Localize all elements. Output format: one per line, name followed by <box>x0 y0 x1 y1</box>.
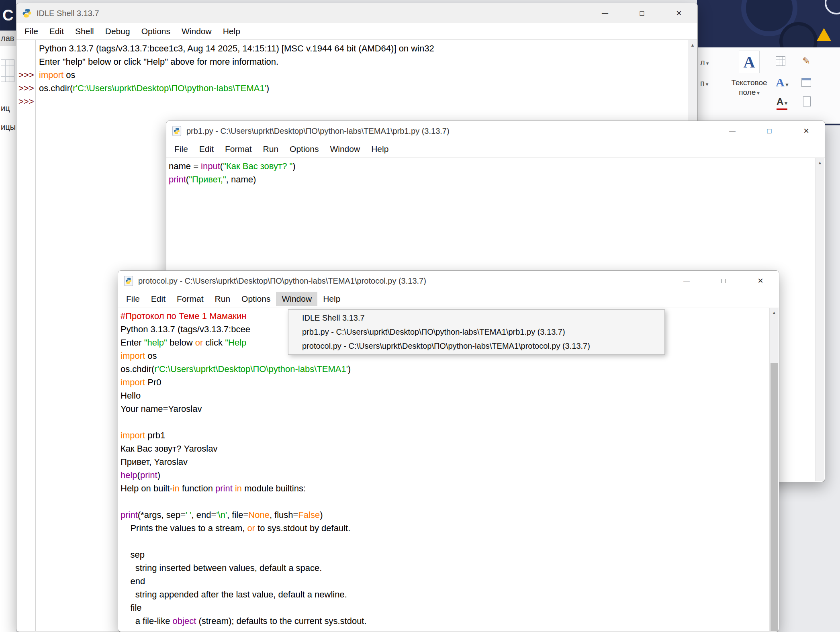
menu-item-file[interactable]: File <box>19 24 44 39</box>
text-box-label: Текстовое поле▾ <box>725 78 773 98</box>
word-left-text-fragment: лав <box>1 34 14 43</box>
menu-item-file[interactable]: File <box>169 142 194 156</box>
menu-item-window[interactable]: Window <box>276 292 317 306</box>
code-line: >>>import os <box>17 68 688 82</box>
code-line <box>121 495 769 508</box>
wallpaper-arc <box>825 0 840 14</box>
scroll-up-icon[interactable]: ▲ <box>772 310 777 631</box>
word-ribbon-fragment: л▾ п▾ A Текстовое поле▾ ✎ A▾ A▾ <box>697 47 840 124</box>
code-line: string inserted between values, default … <box>121 561 769 575</box>
close-button[interactable]: ✕ <box>788 121 825 141</box>
code-line: Help on built-in function print in modul… <box>121 482 769 495</box>
window-title: IDLE Shell 3.13.7 <box>37 9 99 18</box>
window-title: protocol.py - C:\Users\uprkt\Desktop\ПО\… <box>138 276 426 286</box>
code-line: file <box>121 601 769 614</box>
object-icon[interactable] <box>803 96 811 106</box>
code-line: string appended after the last value, de… <box>121 588 769 601</box>
vertical-scrollbar[interactable]: ▲ <box>769 308 779 631</box>
code-line: Python 3.13.7 (tags/v3.13.7:bcee1c3, Aug… <box>17 42 688 55</box>
python-icon <box>22 8 32 18</box>
python-file-icon <box>124 276 133 286</box>
dropdown-arrow-icon: ▾ <box>706 60 709 66</box>
code-line: import prb1 <box>121 429 769 442</box>
titlebar[interactable]: prb1.py - C:\Users\uprkt\Desktop\ПО\pyth… <box>166 121 825 141</box>
menu-item-options[interactable]: Options <box>284 142 324 156</box>
close-button[interactable]: ✕ <box>660 3 697 23</box>
menu-item-window[interactable]: Window <box>324 142 366 156</box>
date-time-icon[interactable] <box>801 78 811 87</box>
code-line: end <box>121 575 769 588</box>
ribbon-dropdown-fragment[interactable]: л▾ <box>700 58 709 67</box>
window-controls: — □ ✕ <box>714 121 825 141</box>
ribbon-dropdown-fragment[interactable]: п▾ <box>700 79 708 88</box>
code-line: print(*args, sep=' ', end='\n', file=Non… <box>121 508 769 522</box>
titlebar[interactable]: IDLE Shell 3.13.7 — □ ✕ <box>16 3 697 23</box>
code-line <box>121 535 769 548</box>
code-line: Как Вас зовут? Yaroslav <box>121 442 769 455</box>
menu-item-shell[interactable]: Shell <box>69 24 100 39</box>
titlebar[interactable]: protocol.py - C:\Users\uprkt\Desktop\ПО\… <box>118 271 779 291</box>
editor-text-area[interactable]: #Протокол по Теме 1 МамакинPython 3.13.7… <box>119 308 769 631</box>
minimize-button[interactable]: — <box>587 3 623 23</box>
window-menu-item[interactable]: protocol.py - C:\Users\uprkt\Desktop\ПО\… <box>288 339 664 353</box>
menu-item-file[interactable]: File <box>121 292 145 306</box>
menu-item-help[interactable]: Help <box>317 292 346 306</box>
pencil-icon[interactable]: ✎ <box>802 55 810 67</box>
code-line: Your name=Yaroslav <box>121 402 769 415</box>
menu-item-run[interactable]: Run <box>209 292 236 306</box>
quick-parts-icon[interactable] <box>776 56 785 66</box>
python-file-icon <box>172 126 182 136</box>
minimize-button[interactable]: — <box>668 271 705 291</box>
word-corner-letter: C <box>2 7 13 24</box>
menu-item-window[interactable]: Window <box>176 24 217 39</box>
code-line: Hello <box>121 389 769 402</box>
menu-item-options[interactable]: Options <box>236 292 276 306</box>
warning-triangle-icon <box>817 28 831 41</box>
shell-prompt: >>> <box>17 95 35 108</box>
code-line: flush <box>121 628 769 631</box>
minimize-button[interactable]: — <box>714 121 751 141</box>
window-menu-item[interactable]: prb1.py - C:\Users\uprkt\Desktop\ПО\pyth… <box>288 325 664 339</box>
window-menu-item[interactable]: IDLE Shell 3.13.7 <box>288 311 664 325</box>
menu-item-options[interactable]: Options <box>136 24 176 39</box>
scroll-up-icon[interactable]: ▲ <box>818 160 822 481</box>
desktop: C лав иц ицы л▾ п▾ A Текстовое поле▾ ✎ A… <box>0 0 840 632</box>
menu-item-edit[interactable]: Edit <box>145 292 171 306</box>
menu-item-debug[interactable]: Debug <box>100 24 136 39</box>
menu-item-format[interactable]: Format <box>219 142 258 156</box>
maximize-button[interactable]: □ <box>751 121 788 141</box>
maximize-button[interactable]: □ <box>705 271 742 291</box>
menu-item-edit[interactable]: Edit <box>194 142 219 156</box>
menu-item-edit[interactable]: Edit <box>44 24 69 39</box>
code-line: import Pr0 <box>121 376 769 389</box>
protocol-editor-window: protocol.py - C:\Users\uprkt\Desktop\ПО\… <box>118 270 779 632</box>
dropdown-arrow-icon: ▾ <box>785 100 787 106</box>
word-left-text-fragment: ицы <box>1 123 16 132</box>
window-title: prb1.py - C:\Users\uprkt\Desktop\ПО\pyth… <box>186 127 450 136</box>
menu-item-help[interactable]: Help <box>366 142 394 156</box>
menubar: FileEditFormatRunOptionsWindowHelp <box>166 141 825 157</box>
window-controls: — □ ✕ <box>587 3 697 23</box>
code-line <box>121 415 769 429</box>
dropdown-arrow-icon: ▾ <box>706 81 709 87</box>
vertical-scrollbar[interactable]: ▲ <box>815 158 824 481</box>
drop-cap-button[interactable]: A▾ <box>777 96 787 110</box>
dropdown-arrow-icon: ▾ <box>757 90 760 96</box>
close-button[interactable]: ✕ <box>742 271 779 291</box>
shell-prompt: >>> <box>17 68 35 82</box>
code-line: Prints the values to a stream, or to sys… <box>121 522 769 535</box>
code-line: os.chdir(r'C:\Users\uprkt\Desktop\ПО\pyt… <box>121 362 769 376</box>
menu-item-help[interactable]: Help <box>217 24 246 39</box>
code-line: a file-like object (stream); defaults to… <box>121 614 769 628</box>
window-controls: — □ ✕ <box>668 271 779 291</box>
shell-prompt <box>17 55 35 68</box>
text-box-button[interactable]: A Текстовое поле▾ <box>725 51 773 98</box>
code-line: name = input("Как Вас зовут? ") <box>169 160 815 173</box>
wordart-button[interactable]: A▾ <box>776 76 788 89</box>
word-logo-corner: C <box>0 0 16 31</box>
menu-item-run[interactable]: Run <box>258 142 284 156</box>
code-line: print("Привет,", name) <box>169 173 815 186</box>
menu-item-format[interactable]: Format <box>171 292 209 306</box>
menubar: FileEditFormatRunOptionsWindowHelp <box>118 291 779 307</box>
maximize-button[interactable]: □ <box>623 3 660 23</box>
